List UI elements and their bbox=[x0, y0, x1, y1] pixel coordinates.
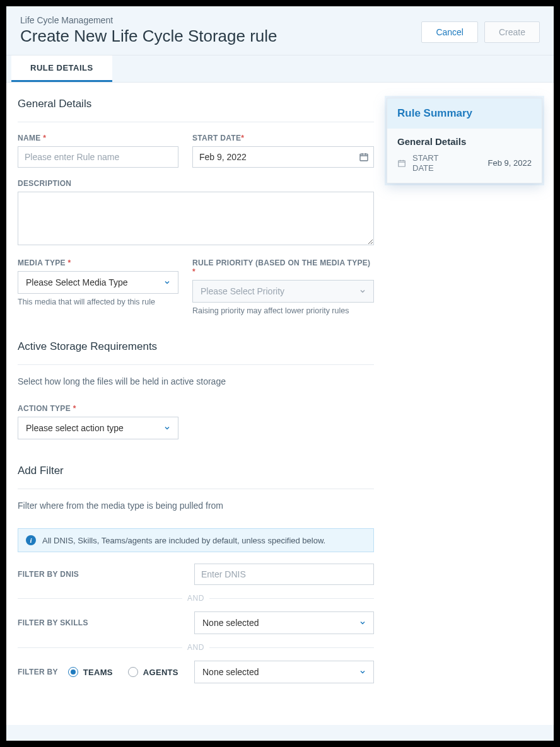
radio-icon bbox=[128, 667, 138, 677]
calendar-icon bbox=[397, 159, 406, 168]
priority-select[interactable]: Please Select Priority bbox=[192, 280, 374, 303]
filter-skills-select[interactable]: None selected bbox=[194, 611, 374, 634]
start-date-input[interactable] bbox=[192, 146, 374, 168]
description-label: DESCRIPTION bbox=[18, 179, 374, 188]
action-type-select[interactable]: Please select action type bbox=[18, 417, 178, 439]
filter-dnis-row: FILTER BY DNIS bbox=[18, 564, 374, 585]
filter-by-select[interactable]: None selected bbox=[194, 661, 374, 683]
section-title-general: General Details bbox=[18, 98, 374, 122]
filter-by-row: FILTER BY TEAMS AGENTS bbox=[18, 661, 374, 683]
start-date-label: START DATE* bbox=[192, 134, 374, 142]
radio-agents[interactable]: AGENTS bbox=[128, 667, 178, 677]
filter-skills-row: FILTER BY SKILLS None selected bbox=[18, 611, 374, 634]
page-title: Create New Life Cycle Storage rule bbox=[20, 26, 277, 46]
summary-start-value: Feb 9, 2022 bbox=[488, 158, 532, 168]
action-type-label: ACTION TYPE * bbox=[18, 404, 178, 413]
priority-helper: Raising priority may affect lower priori… bbox=[192, 306, 374, 315]
summary-start-date-row: START DATE Feb 9, 2022 bbox=[397, 153, 532, 173]
media-type-select[interactable]: Please Select Media Type bbox=[18, 271, 178, 294]
filter-skills-label: FILTER BY SKILLS bbox=[18, 618, 194, 627]
radio-icon bbox=[68, 667, 78, 677]
and-divider: AND bbox=[18, 594, 374, 603]
section-title-filter: Add Filter bbox=[18, 465, 374, 489]
media-type-label: MEDIA TYPE * bbox=[18, 258, 178, 267]
breadcrumb: Life Cycle Management bbox=[20, 15, 277, 25]
content: General Details NAME * START DATE* bbox=[6, 82, 554, 725]
priority-label: RULE PRIORITY (BASED ON THE MEDIA TYPE) … bbox=[192, 258, 374, 276]
svg-rect-0 bbox=[360, 154, 368, 161]
cancel-button[interactable]: Cancel bbox=[421, 21, 478, 43]
name-label: NAME * bbox=[18, 134, 178, 142]
page-header: Life Cycle Management Create New Life Cy… bbox=[6, 6, 554, 55]
name-input[interactable] bbox=[18, 146, 178, 168]
storage-description: Select how long the files will be held i… bbox=[18, 376, 374, 386]
filter-description: Filter where from the media type is bein… bbox=[18, 501, 374, 511]
radio-teams[interactable]: TEAMS bbox=[68, 667, 113, 677]
summary-section-general: General Details bbox=[397, 136, 532, 147]
description-input[interactable] bbox=[18, 192, 374, 245]
filter-info-box: i All DNIS, Skills, Teams/agents are inc… bbox=[18, 528, 374, 552]
and-divider: AND bbox=[18, 643, 374, 652]
page-window: Life Cycle Management Create New Life Cy… bbox=[6, 6, 554, 741]
section-title-storage: Active Storage Requirements bbox=[18, 340, 374, 365]
tab-rule-details[interactable]: RULE DETAILS bbox=[11, 55, 112, 82]
calendar-icon[interactable] bbox=[359, 152, 369, 162]
filter-info-text: All DNIS, Skills, Teams/agents are inclu… bbox=[42, 536, 325, 545]
rule-summary-title: Rule Summary bbox=[387, 98, 542, 129]
create-button[interactable]: Create bbox=[484, 21, 540, 43]
tab-bar: RULE DETAILS bbox=[6, 55, 554, 82]
section-filter: Add Filter Filter where from the media t… bbox=[18, 465, 374, 683]
filter-by-label: FILTER BY bbox=[18, 668, 58, 676]
filter-dnis-input[interactable] bbox=[194, 564, 374, 585]
svg-rect-1 bbox=[399, 161, 405, 166]
media-type-helper: This media that will affected by this ru… bbox=[18, 298, 178, 306]
info-icon: i bbox=[26, 535, 36, 545]
rule-summary-panel: Rule Summary General Details START DATE … bbox=[387, 98, 542, 183]
filter-dnis-label: FILTER BY DNIS bbox=[18, 570, 194, 579]
section-general: General Details NAME * START DATE* bbox=[18, 98, 374, 315]
summary-start-key: START DATE bbox=[412, 153, 450, 173]
section-storage: Active Storage Requirements Select how l… bbox=[18, 340, 374, 439]
